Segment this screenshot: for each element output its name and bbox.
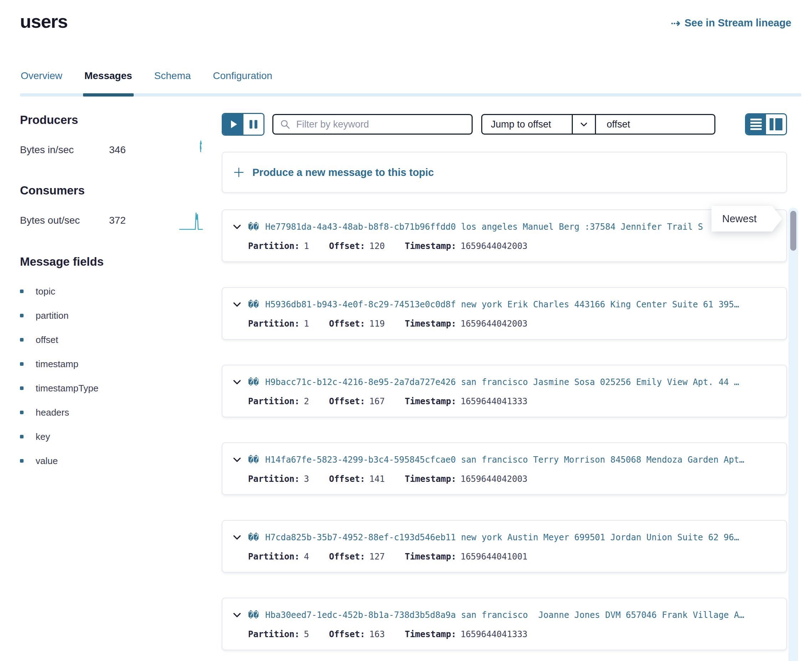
bytes-in-label: Bytes in/sec: [20, 144, 109, 156]
plus-icon: [233, 167, 245, 178]
scrollbar-thumb[interactable]: [790, 211, 796, 251]
offset-label: Offset:: [329, 319, 365, 329]
partition-value: 2: [304, 396, 309, 406]
field-label: key: [36, 431, 50, 442]
newest-tooltip: Newest: [711, 206, 782, 232]
messages-panel: Jump to offset: [222, 113, 787, 650]
pause-button[interactable]: [243, 114, 263, 135]
page-title: users: [20, 11, 68, 32]
view-mode-toggle: [745, 113, 787, 135]
replacement-char-glyphs: ��: [248, 299, 259, 310]
expand-chevron-icon[interactable]: [232, 222, 242, 232]
message-card[interactable]: �� H5936db81-b943-4e0f-8c29-74513e0c0d8f…: [222, 287, 787, 340]
partition-label: Partition:: [248, 552, 300, 562]
producers-heading: Producers: [20, 113, 205, 127]
timestamp-label: Timestamp:: [405, 552, 456, 562]
offset-value: 163: [369, 629, 384, 639]
offset-search-input[interactable]: [606, 118, 734, 130]
offset-value: 127: [369, 552, 384, 562]
message-card[interactable]: �� H14fa67fe-5823-4299-b3c4-595845cfcae0…: [222, 442, 787, 495]
list-view-button[interactable]: [746, 114, 766, 134]
message-field-item: partition: [20, 308, 205, 323]
field-label: partition: [36, 310, 69, 321]
bytes-in-value: 346: [109, 144, 152, 156]
keyword-filter[interactable]: [272, 114, 472, 135]
partition-label: Partition:: [248, 396, 300, 406]
timestamp-value: 1659644041333: [461, 396, 527, 406]
message-meta-row: Partition: 5 Offset: 163 Timestamp: 1659…: [248, 629, 776, 639]
tab-messages[interactable]: Messages: [85, 70, 132, 82]
partition-value: 1: [304, 319, 309, 329]
topic-tabs: Overview Messages Schema Configuration: [21, 70, 272, 82]
timestamp-label: Timestamp:: [405, 474, 456, 484]
produce-message-label: Produce a new message to this topic: [252, 167, 434, 179]
partition-value: 3: [304, 474, 309, 484]
message-card[interactable]: �� H7cda825b-35b7-4952-88ef-c193d546eb11…: [222, 520, 787, 573]
field-bullet-icon: [20, 386, 24, 390]
expand-chevron-icon[interactable]: [232, 455, 242, 465]
expand-chevron-icon[interactable]: [232, 610, 242, 620]
field-bullet-icon: [20, 362, 24, 366]
bytes-in-metric: Bytes in/sec 346: [20, 138, 205, 162]
field-label: timestamp: [36, 359, 78, 370]
message-card[interactable]: �� H9bacc71c-b12c-4216-8e95-2a7da727e426…: [222, 365, 787, 417]
offset-value: 120: [369, 241, 384, 251]
message-meta-row: Partition: 2 Offset: 167 Timestamp: 1659…: [248, 396, 776, 406]
tab-configuration[interactable]: Configuration: [213, 70, 272, 82]
message-preview-text: He77981da-4a43-48ab-b8f8-cb71b96ffdd0 lo…: [265, 222, 776, 232]
expand-chevron-icon[interactable]: [232, 533, 242, 542]
expand-chevron-icon[interactable]: [232, 300, 242, 309]
timestamp-value: 1659644042003: [461, 474, 527, 484]
bytes-out-value: 372: [109, 215, 152, 226]
pause-icon: [250, 120, 252, 129]
message-field-item: topic: [20, 284, 205, 299]
message-list-scrollbar[interactable]: [788, 208, 798, 661]
field-label: headers: [36, 407, 69, 418]
timestamp-label: Timestamp:: [405, 629, 456, 639]
message-card[interactable]: �� Hba30eed7-1edc-452b-8b1a-738d3b5d8a9a…: [222, 598, 787, 650]
message-meta-row: Partition: 3 Offset: 141 Timestamp: 1659…: [248, 474, 776, 484]
message-fields-heading: Message fields: [20, 255, 205, 268]
field-label: timestampType: [36, 383, 98, 394]
produce-message-button[interactable]: Produce a new message to this topic: [222, 152, 787, 193]
message-meta-row: Partition: 1 Offset: 119 Timestamp: 1659…: [248, 319, 776, 329]
messages-toolbar: Jump to offset: [222, 113, 787, 135]
metrics-sidebar: Producers Bytes in/sec 346 Consumers Byt…: [20, 113, 205, 478]
offset-label: Offset:: [329, 474, 365, 484]
jump-to-offset-select[interactable]: Jump to offset: [481, 114, 596, 135]
partition-value: 1: [304, 241, 309, 251]
lineage-link-label: See in Stream lineage: [684, 17, 791, 29]
replacement-char-glyphs: ��: [248, 222, 259, 232]
search-icon: [280, 119, 290, 129]
replacement-char-glyphs: ��: [248, 532, 259, 543]
tab-overview[interactable]: Overview: [21, 70, 62, 82]
column-view-button[interactable]: [766, 114, 786, 134]
field-bullet-icon: [20, 410, 24, 414]
message-meta-row: Partition: 4 Offset: 127 Timestamp: 1659…: [248, 552, 776, 562]
timestamp-label: Timestamp:: [405, 319, 456, 329]
see-in-stream-lineage-link[interactable]: ⇢ See in Stream lineage: [671, 17, 791, 29]
offset-search[interactable]: [595, 114, 715, 135]
timestamp-value: 1659644041333: [461, 629, 527, 639]
field-bullet-icon: [20, 338, 24, 342]
tab-underline-track: [20, 93, 801, 96]
keyword-filter-input[interactable]: [296, 118, 465, 130]
partition-label: Partition:: [248, 629, 300, 639]
timestamp-label: Timestamp:: [405, 241, 456, 251]
message-field-item: timestampType: [20, 381, 205, 395]
bytes-out-sparkline: [179, 209, 205, 232]
field-label: offset: [36, 334, 58, 345]
message-card[interactable]: �� He77981da-4a43-48ab-b8f8-cb71b96ffdd0…: [222, 209, 787, 262]
message-field-item: headers: [20, 405, 205, 420]
message-field-item: timestamp: [20, 357, 205, 371]
partition-label: Partition:: [248, 241, 300, 251]
expand-chevron-icon[interactable]: [232, 377, 242, 387]
bytes-out-label: Bytes out/sec: [20, 215, 109, 226]
offset-value: 167: [369, 396, 384, 406]
message-preview-row: �� Hba30eed7-1edc-452b-8b1a-738d3b5d8a9a…: [232, 610, 776, 620]
tab-schema[interactable]: Schema: [154, 70, 191, 82]
field-bullet-icon: [20, 289, 24, 293]
play-button[interactable]: [223, 114, 243, 135]
chevron-down-icon: [572, 115, 595, 134]
partition-label: Partition:: [248, 319, 300, 329]
